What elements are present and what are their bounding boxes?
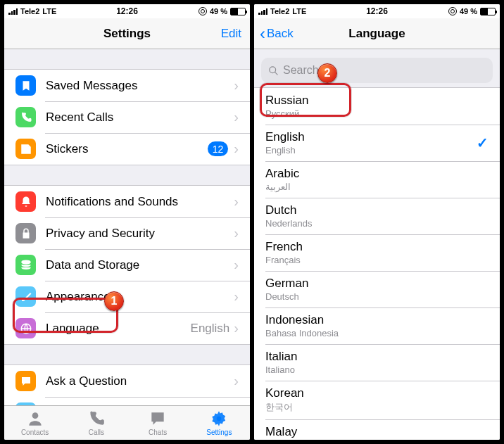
data-icon [15,255,36,275]
cell-label: Language [46,322,191,336]
bookmark-icon [15,75,36,96]
language-italian[interactable]: ItalianItaliano [254,344,500,381]
language-native: Nederlands [265,218,489,229]
chevron-right-icon: › [234,225,239,241]
language-french[interactable]: FrenchFrançais [254,234,500,271]
setting-appearance[interactable]: Appearance› [4,281,250,312]
signal-icon [258,8,267,15]
chevron-right-icon: › [234,288,239,305]
language-name: German [265,277,489,291]
setting-telegram-faq[interactable]: ?Telegram FAQ› [4,397,250,405]
language-native: Italiano [265,364,489,375]
setting-privacy-and-security[interactable]: Privacy and Security› [4,217,250,249]
carrier-label: Tele2 [20,7,39,15]
cell-detail: English [191,322,230,336]
cell-label: Notifications and Sounds [46,195,234,209]
setting-data-and-storage[interactable]: Data and Storage› [4,249,250,281]
language-native: Deutsch [265,291,489,302]
brush-icon [15,286,36,307]
search-icon [268,65,279,76]
language-dutch[interactable]: DutchNederlands [254,198,500,234]
tab-label: Calls [89,429,104,436]
tab-contacts[interactable]: Contacts [4,406,65,440]
battery-icon [230,8,246,15]
language-native: Bahasa Indonesia [265,328,489,338]
setting-recent-calls[interactable]: Recent Calls› [4,101,250,133]
setting-notifications-and-sounds[interactable]: Notifications and Sounds› [4,186,250,217]
status-bar: Tele2 LTE 12:26 49 % [254,4,500,18]
page-title: Language [348,27,405,41]
navbar: ‹ Back Language [254,18,500,49]
tab-calls[interactable]: Calls [65,406,127,440]
language-name: Malay [265,425,489,439]
tab-label: Contacts [21,429,49,436]
sticker-icon [15,139,36,159]
language-native: 한국어 [265,401,489,414]
faq-icon: ? [15,402,36,405]
language-list-scroll[interactable]: Search RussianРусскийEnglishEnglish✓Arab… [254,49,500,440]
setting-language[interactable]: LanguageEnglish› [4,312,250,344]
chevron-right-icon: › [234,373,239,389]
language-native: العربية [265,182,489,192]
settings-screen: Tele2 LTE 12:26 49 % Settings Edit Saved… [4,4,250,440]
rotation-lock-icon [199,7,207,15]
chevron-right-icon: › [234,77,239,94]
globe-icon [15,318,36,338]
chevron-right-icon: › [234,194,239,210]
tab-settings[interactable]: Settings [189,406,250,440]
cell-label: Recent Calls [46,110,234,125]
language-name: English [265,130,477,144]
tab-chats[interactable]: Chats [127,406,189,440]
chevron-right-icon: › [234,320,239,336]
language-english[interactable]: EnglishEnglish✓ [254,125,500,161]
svg-point-3 [32,412,38,419]
language-arabic[interactable]: Arabicالعربية [254,161,500,198]
settings-list[interactable]: Saved Messages›Recent Calls›Stickers12›N… [4,49,250,405]
search-input[interactable]: Search [261,58,493,83]
setting-saved-messages[interactable]: Saved Messages› [4,70,250,101]
language-name: Arabic [265,167,489,181]
cell-label: Appearance [46,290,234,304]
battery-icon [480,8,496,15]
back-label: Back [267,27,294,41]
cell-label: Ask a Question [46,374,234,388]
network-label: LTE [292,7,306,15]
language-name: French [265,240,489,254]
status-bar: Tele2 LTE 12:26 49 % [4,4,250,18]
language-native: English [265,145,477,156]
back-button[interactable]: ‹ Back [260,25,294,42]
language-screen: Tele2 LTE 12:26 49 % ‹ Back Language Sea… [254,4,500,440]
svg-line-6 [275,72,277,75]
edit-button[interactable]: Edit [221,27,241,41]
language-name: Indonesian [265,313,489,327]
cell-label: Saved Messages [46,79,234,93]
cell-label: Data and Storage [46,258,234,272]
network-label: LTE [42,7,56,15]
chat-icon [15,371,36,391]
cell-label: Stickers [46,142,208,156]
setting-stickers[interactable]: Stickers12› [4,133,250,165]
language-name: Italian [265,350,489,364]
language-native: Русский [265,108,489,119]
chevron-right-icon: › [234,405,239,405]
language-korean[interactable]: Korean한국어 [254,381,500,419]
tab-label: Chats [149,429,167,436]
signal-icon [8,8,18,15]
language-malay[interactable]: Malay [254,419,500,440]
tab-label: Settings [206,429,232,436]
language-german[interactable]: GermanDeutsch [254,271,500,307]
language-native: Français [265,255,489,265]
page-title: Settings [103,27,151,41]
setting-ask-a-question[interactable]: Ask a Question› [4,365,250,397]
chevron-right-icon: › [234,109,239,125]
navbar: Settings Edit [4,18,250,49]
badge: 12 [208,141,229,156]
language-name: Dutch [265,203,489,217]
language-russian[interactable]: RussianРусский [254,88,500,125]
cell-label: Privacy and Security [46,227,234,241]
chevron-right-icon: › [234,257,239,273]
check-icon: ✓ [477,134,489,151]
bell-icon [15,191,36,212]
search-placeholder: Search [283,64,319,77]
language-indonesian[interactable]: IndonesianBahasa Indonesia [254,307,500,344]
